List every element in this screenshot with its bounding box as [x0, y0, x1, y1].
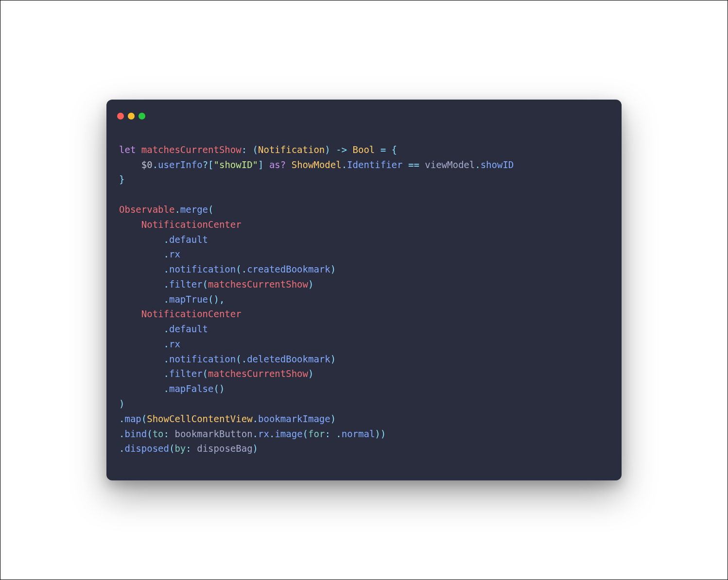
minimize-icon[interactable] [128, 113, 135, 119]
kw-let: let [119, 144, 136, 155]
code-block: let matchesCurrentShow: (Notification) -… [106, 123, 622, 480]
type-bool: Bool [353, 144, 375, 155]
fn-mapfalse: mapFalse [169, 383, 214, 394]
fn-notification-1: notification [169, 264, 236, 274]
fn-filter-2: filter [169, 368, 203, 379]
fn-filter-1: filter [169, 279, 203, 290]
fn-map: map [124, 413, 141, 424]
code-window: let matchesCurrentShow: (Notification) -… [106, 100, 622, 480]
id-notificationcenter-1: NotificationCenter [141, 219, 242, 230]
fn-maptrue: mapTrue [169, 294, 208, 305]
fn-bind: bind [124, 428, 147, 439]
id-matchesCurrentShow: matchesCurrentShow [141, 144, 242, 155]
kw-as: as? [269, 159, 286, 170]
id-observable: Observable [119, 204, 174, 215]
window-titlebar [106, 100, 622, 123]
prop-userInfo: userInfo [158, 159, 203, 170]
type-notification: Notification [258, 144, 325, 155]
type-showmodel: ShowModel [292, 159, 342, 170]
zoom-icon[interactable] [139, 113, 145, 119]
fn-notification-2: notification [169, 354, 236, 364]
string-showID: "showID" [214, 159, 259, 170]
fn-disposed: disposed [124, 443, 169, 454]
fn-merge: merge [180, 204, 208, 215]
close-icon[interactable] [117, 113, 124, 119]
id-notificationcenter-2: NotificationCenter [141, 308, 242, 319]
